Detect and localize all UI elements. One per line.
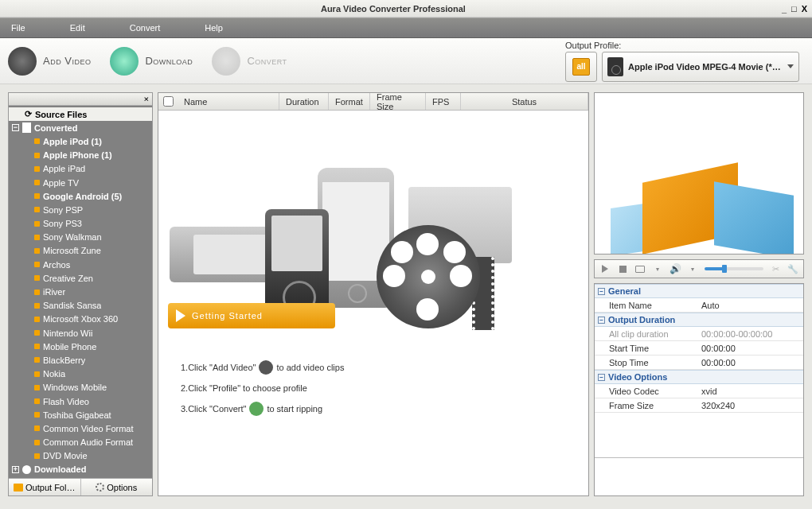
section-output-duration[interactable]: −Output Duration (595, 313, 803, 327)
tree-item[interactable]: Sony PSP (9, 203, 152, 216)
bullet-icon (34, 166, 40, 172)
tree-item-label: Flash Video (43, 397, 89, 406)
profile-all-button[interactable]: all (565, 52, 597, 82)
player-controls: ▾ 🔊 ▾ ✂ 🔧 (594, 259, 804, 278)
add-video-button[interactable]: Add Video (8, 47, 91, 76)
scissors-icon[interactable]: ✂ (770, 263, 781, 274)
prop-stop-time[interactable]: Stop Time00:00:00 (595, 356, 803, 370)
tree-item[interactable]: Sony Walkman (9, 231, 152, 244)
col-frame-size[interactable]: Frame Size (370, 93, 426, 110)
tree-item[interactable]: iRiver (9, 285, 152, 298)
section-video-options[interactable]: −Video Options (595, 370, 803, 384)
col-format[interactable]: Format (329, 93, 370, 110)
preview-pane (594, 92, 804, 254)
tab-output-folder[interactable]: Output Fol… (9, 479, 81, 495)
maximize-button[interactable]: □ (791, 4, 797, 14)
collapse-icon[interactable]: − (12, 124, 19, 131)
col-status[interactable]: Status (461, 93, 588, 110)
download-icon (110, 47, 139, 76)
tree-item-label: Sony PS3 (43, 219, 82, 228)
menu-convert[interactable]: Convert (130, 23, 161, 33)
tree-item[interactable]: Mobile Phone (9, 340, 152, 353)
right-panel: ▾ 🔊 ▾ ✂ 🔧 −General Item NameAuto −Output… (594, 92, 804, 496)
col-name[interactable]: Name (178, 93, 279, 110)
tree-source-files[interactable]: ⟳ Source Files (9, 107, 152, 121)
panel-close-icon[interactable]: × (143, 94, 149, 104)
volume-slider[interactable] (705, 267, 763, 270)
tree-item-label: Sony PSP (43, 205, 83, 215)
convert-button[interactable]: Convert (212, 47, 287, 76)
download-button[interactable]: Download (110, 47, 193, 76)
bullet-icon (34, 385, 40, 390)
tree-item-label: Common Audio Format (43, 437, 133, 447)
tree-item[interactable]: BlackBerry (9, 353, 152, 367)
tree-item[interactable]: Apple iPad (9, 162, 152, 176)
wrench-icon[interactable]: 🔧 (787, 263, 798, 274)
tree-item[interactable]: Microsoft Xbox 360 (9, 313, 152, 326)
col-duration[interactable]: Duration (279, 93, 329, 110)
tree-item-label: Sony Walkman (43, 232, 102, 242)
tree-item[interactable]: DVD Movie (9, 449, 152, 463)
tree-item[interactable]: Flash Video (9, 394, 152, 408)
convert-label: Convert (247, 55, 287, 67)
tree-item-label: DVD Movie (43, 451, 88, 460)
prop-start-time[interactable]: Start Time00:00:00 (595, 341, 803, 356)
tree-item-label: Sandisk Sansa (43, 301, 101, 310)
properties-panel: −General Item NameAuto −Output Duration … (594, 283, 804, 496)
tree-converted[interactable]: − Converted (9, 121, 152, 134)
tree-item[interactable]: Common Video Format (9, 422, 152, 435)
close-button[interactable]: X (802, 4, 807, 14)
tab-options[interactable]: Options (81, 479, 153, 495)
prop-item-name[interactable]: Item NameAuto (595, 298, 803, 313)
tree-item[interactable]: Apple TV (9, 176, 152, 189)
bullet-icon (34, 138, 40, 144)
folder-icon (14, 484, 23, 492)
main-toolbar: Add Video Download Convert Output Profil… (0, 38, 812, 84)
bullet-icon (34, 207, 40, 212)
tree-item[interactable]: Toshiba Gigabeat (9, 408, 152, 422)
menu-edit[interactable]: Edit (70, 23, 85, 33)
prop-video-codec[interactable]: Video Codecxvid (595, 384, 803, 398)
tree-item[interactable]: Apple iPod (1) (9, 134, 152, 148)
section-general[interactable]: −General (595, 284, 803, 298)
player-play-button[interactable] (599, 263, 611, 274)
tree-item-label: Common Video Format (43, 424, 134, 433)
select-all-checkbox[interactable] (163, 96, 174, 107)
download-small-icon (22, 465, 31, 474)
tree-item[interactable]: Common Audio Format (9, 436, 152, 449)
expand-icon[interactable]: + (12, 466, 19, 473)
property-description (595, 457, 803, 495)
bullet-icon (34, 180, 40, 185)
tree-item[interactable]: Creative Zen (9, 271, 152, 285)
tree-downloaded[interactable]: + Downloaded (9, 463, 152, 476)
bullet-icon (34, 275, 40, 281)
snapshot-button[interactable] (634, 263, 646, 274)
tree-item[interactable]: Apple iPhone (1) (9, 149, 152, 162)
profile-all-text: all (572, 58, 590, 76)
tree-item-label: Creative Zen (43, 274, 93, 283)
prop-frame-size[interactable]: Frame Size320x240 (595, 398, 803, 413)
menu-help[interactable]: Help (205, 23, 223, 33)
tree-item-label: Nintendo Wii (43, 328, 92, 338)
menu-file[interactable]: File (11, 23, 25, 33)
profile-dropdown[interactable]: Apple iPod Video MPEG-4 Movie (*.m… (602, 52, 799, 82)
tree-item[interactable]: Google Android (5) (9, 189, 152, 203)
getting-started-button[interactable]: Getting Started (168, 303, 335, 328)
tree-item[interactable]: Sony PS3 (9, 217, 152, 231)
tree-item[interactable]: Microsoft Zune (9, 244, 152, 258)
file-list-panel: Name Duration Format Frame Size FPS Stat… (158, 92, 589, 496)
volume-dropdown[interactable]: ▾ (687, 263, 698, 274)
tree-item-label: Google Android (5) (43, 192, 122, 201)
tree-item[interactable]: Nokia (9, 367, 152, 381)
minimize-button[interactable]: _ (782, 4, 787, 14)
instruction-steps: 1.Click "Add Video" to add video clips 2… (181, 357, 344, 419)
snapshot-dropdown[interactable]: ▾ (652, 263, 663, 274)
col-fps[interactable]: FPS (426, 93, 461, 110)
tree-item[interactable]: Archos (9, 258, 152, 271)
tree-item[interactable]: Nintendo Wii (9, 326, 152, 340)
tree-item[interactable]: Windows Mobile (9, 381, 152, 394)
player-stop-button[interactable] (617, 263, 628, 274)
bullet-icon (34, 412, 40, 418)
volume-icon[interactable]: 🔊 (670, 263, 681, 274)
tree-item[interactable]: Sandisk Sansa (9, 299, 152, 313)
